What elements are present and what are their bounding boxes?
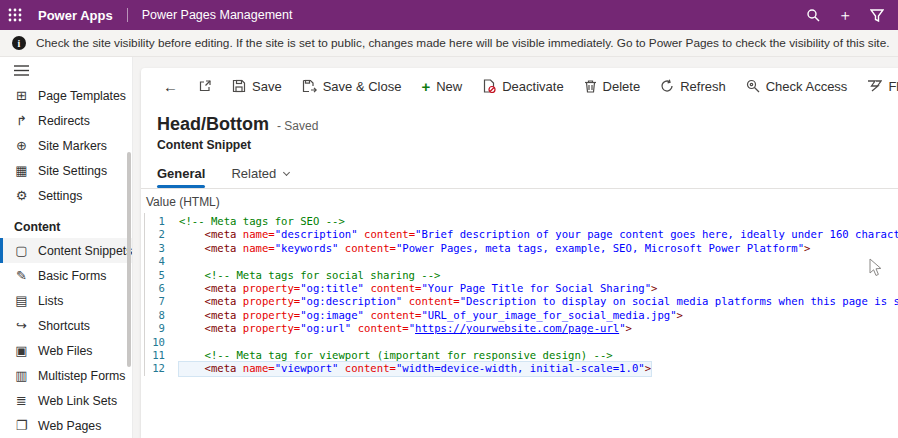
- deactivate-button[interactable]: Deactivate: [474, 74, 571, 99]
- web-link-sets-icon: ≣: [14, 393, 29, 408]
- popout-icon: [198, 79, 212, 93]
- basic-forms-icon: ✎: [14, 268, 29, 283]
- back-arrow-icon: ←: [163, 79, 178, 94]
- code-text: <meta property="og:title" content="Your …: [179, 282, 657, 295]
- sidebar-item-label: Lists: [38, 294, 63, 308]
- save-close-button[interactable]: Save & Close: [294, 74, 410, 99]
- sidebar-item-web-pages[interactable]: ❐Web Pages: [0, 413, 132, 438]
- sidebar-item-page-templates[interactable]: ⊞Page Templates: [0, 83, 132, 108]
- record-title: Head/Bottom: [157, 114, 269, 135]
- sidebar-item-web-link-sets[interactable]: ≣Web Link Sets: [0, 388, 132, 413]
- tab-label: Related: [231, 166, 276, 181]
- popout-button[interactable]: [190, 74, 220, 98]
- code-text: <!-- Meta tags for SEO -->: [179, 215, 345, 228]
- web-pages-icon: ❐: [14, 418, 29, 433]
- app-title-bar: Power Apps Power Pages Management ＋: [0, 0, 898, 30]
- lists-icon: ▤: [14, 293, 29, 308]
- waffle-icon[interactable]: [0, 0, 30, 30]
- check-access-icon: [746, 79, 760, 93]
- code-line[interactable]: 2 <meta name="description" content="Brie…: [145, 228, 898, 241]
- sidebar-nav-top: ⊞Page Templates↱Redirects⊕Site Markers▦S…: [0, 83, 132, 208]
- settings-gear-icon: ⚙: [14, 188, 29, 203]
- value-field: Value (HTML) 1<!-- Meta tags for SEO -->…: [141, 189, 898, 376]
- command-label: Deactivate: [502, 79, 563, 94]
- titlebar-divider: [127, 8, 128, 22]
- refresh-icon: [660, 79, 674, 93]
- tab-related[interactable]: Related: [231, 166, 289, 188]
- sidebar-item-content-snippets[interactable]: ▢Content Snippets: [0, 238, 132, 263]
- delete-icon: [584, 79, 597, 93]
- line-number: 6: [145, 282, 179, 295]
- code-text: <!-- Meta tags for social sharing -->: [179, 269, 441, 282]
- code-line[interactable]: 7 <meta property="og:description" conten…: [145, 295, 898, 308]
- sidebar-item-redirects[interactable]: ↱Redirects: [0, 108, 132, 133]
- sidebar-item-lists[interactable]: ▤Lists: [0, 288, 132, 313]
- site-visibility-banner: i Check the site visibility before editi…: [0, 30, 898, 57]
- code-text: <meta name="viewport" content="width=dev…: [179, 362, 651, 375]
- command-label: Save: [252, 79, 282, 94]
- sidebar-item-label: Site Markers: [38, 139, 107, 153]
- save-button[interactable]: Save: [224, 74, 290, 99]
- value-field-label: Value (HTML): [144, 195, 898, 213]
- sidebar-item-multistep-forms[interactable]: ▥Multistep Forms: [0, 363, 132, 388]
- code-line[interactable]: 4: [145, 255, 898, 268]
- line-number: 10: [145, 336, 179, 349]
- sidebar-item-shortcuts[interactable]: ↪Shortcuts: [0, 313, 132, 338]
- hamburger-icon[interactable]: [0, 57, 132, 83]
- sidebar-item-label: Multistep Forms: [38, 369, 125, 383]
- add-icon[interactable]: ＋: [832, 2, 858, 28]
- line-number: 5: [145, 269, 179, 282]
- code-line[interactable]: 9 <meta property="og:url" content="https…: [145, 322, 898, 335]
- line-number: 1: [145, 215, 179, 228]
- command-label: Check Access: [766, 79, 848, 94]
- tab-general[interactable]: General: [157, 166, 205, 188]
- sidebar-item-basic-forms[interactable]: ✎Basic Forms: [0, 263, 132, 288]
- code-text: <meta property="og:image" content="URL_o…: [179, 309, 683, 322]
- sidebar-item-label: Page Templates: [38, 89, 126, 103]
- flow-button[interactable]: Flow: [859, 74, 898, 99]
- code-line[interactable]: 6 <meta property="og:title" content="You…: [145, 282, 898, 295]
- line-number: 3: [145, 242, 179, 255]
- line-number: 9: [145, 322, 179, 335]
- banner-message: Check the site visibility before editing…: [36, 36, 890, 50]
- search-icon[interactable]: [800, 2, 826, 28]
- app-name[interactable]: Power Apps: [38, 8, 113, 23]
- code-text: <meta name="description" content="Brief …: [179, 228, 898, 241]
- line-number: 11: [145, 349, 179, 362]
- sidebar-item-site-settings[interactable]: ▦Site Settings: [0, 158, 132, 183]
- line-number: 2: [145, 228, 179, 241]
- html-code-editor[interactable]: 1<!-- Meta tags for SEO -->2 <meta name=…: [144, 213, 898, 376]
- code-line[interactable]: 1<!-- Meta tags for SEO -->: [145, 215, 898, 228]
- sidebar-item-label: Web Files: [38, 344, 92, 358]
- code-line[interactable]: 11 <!-- Meta tag for viewport (important…: [145, 349, 898, 362]
- sidebar-item-settings[interactable]: ⚙Settings: [0, 183, 132, 208]
- code-line[interactable]: 5 <!-- Meta tags for social sharing -->: [145, 269, 898, 282]
- code-line[interactable]: 12 <meta name="viewport" content="width=…: [145, 362, 898, 375]
- code-line[interactable]: 10: [145, 336, 898, 349]
- line-number: 8: [145, 309, 179, 322]
- back-button[interactable]: ←: [155, 74, 186, 99]
- sidebar-item-label: Settings: [38, 189, 82, 203]
- command-label: Flow: [888, 79, 898, 94]
- sidebar-scrollbar[interactable]: [127, 152, 131, 367]
- code-line[interactable]: 8 <meta property="og:image" content="URL…: [145, 309, 898, 322]
- filter-icon[interactable]: [864, 2, 890, 28]
- delete-button[interactable]: Delete: [576, 74, 649, 99]
- new-button[interactable]: +New: [413, 74, 470, 99]
- code-line[interactable]: 3 <meta name="keywords" content="Power P…: [145, 242, 898, 255]
- sidebar-item-web-files[interactable]: ▣Web Files: [0, 338, 132, 363]
- sidebar-nav-content: ▢Content Snippets✎Basic Forms▤Lists↪Shor…: [0, 238, 132, 438]
- check-access-button[interactable]: Check Access: [738, 74, 856, 99]
- multistep-forms-icon: ▥: [14, 368, 29, 383]
- line-number: 7: [145, 295, 179, 308]
- sidebar-item-site-markers[interactable]: ⊕Site Markers: [0, 133, 132, 158]
- shortcuts-icon: ↪: [14, 318, 29, 333]
- code-text: <!-- Meta tag for viewport (important fo…: [179, 349, 613, 362]
- line-number: 12: [145, 362, 179, 375]
- refresh-button[interactable]: Refresh: [652, 74, 734, 99]
- tab-label: General: [157, 166, 205, 181]
- code-text: <meta property="og:url" content="https:/…: [179, 322, 632, 335]
- info-icon: i: [12, 36, 26, 50]
- command-bar: ←SaveSave & Close+NewDeactivateDeleteRef…: [141, 68, 898, 104]
- site-settings-icon: ▦: [14, 163, 29, 178]
